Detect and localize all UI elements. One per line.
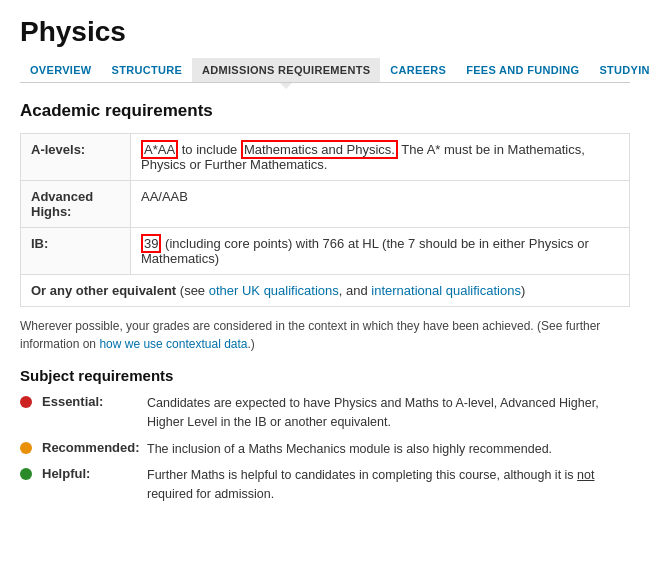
tab-careers[interactable]: CAREERS [380, 58, 456, 82]
alevels-label: A-levels: [21, 134, 131, 181]
advanced-value: AA/AAB [131, 181, 630, 228]
recommended-dot [20, 442, 32, 454]
contextual-note: Wherever possible, your grades are consi… [20, 317, 630, 353]
ib-label: IB: [21, 228, 131, 275]
alevels-value: A*AA to include Mathematics and Physics.… [131, 134, 630, 181]
contextual-data-link[interactable]: how we use contextual data [99, 337, 247, 351]
helpful-desc: Further Maths is helpful to candidates i… [147, 466, 630, 504]
table-row-advanced: AdvancedHighs: AA/AAB [21, 181, 630, 228]
subject-recommended-row: Recommended: The inclusion of a Maths Me… [20, 440, 630, 459]
recommended-desc: The inclusion of a Maths Mechanics modul… [147, 440, 630, 459]
nav-tabs: OVERVIEW STRUCTURE ADMISSIONS REQUIREMEN… [20, 58, 630, 83]
essential-desc: Candidates are expected to have Physics … [147, 394, 630, 432]
table-row-alevels: A-levels: A*AA to include Mathematics an… [21, 134, 630, 181]
table-row-ib: IB: 39 (including core points) with 766 … [21, 228, 630, 275]
other-value: Or any other equivalent (see other UK qu… [21, 275, 630, 307]
helpful-label: Helpful: [42, 466, 137, 481]
academic-heading: Academic requirements [20, 101, 630, 121]
recommended-label: Recommended: [42, 440, 137, 455]
helpful-dot [20, 468, 32, 480]
page-title: Physics [20, 16, 630, 48]
essential-label: Essential: [42, 394, 137, 409]
essential-dot [20, 396, 32, 408]
requirements-table: A-levels: A*AA to include Mathematics an… [20, 133, 630, 307]
uk-qualifications-link[interactable]: other UK qualifications [209, 283, 339, 298]
table-row-other: Or any other equivalent (see other UK qu… [21, 275, 630, 307]
ib-value: 39 (including core points) with 766 at H… [131, 228, 630, 275]
tab-overview[interactable]: OVERVIEW [20, 58, 102, 82]
subject-heading: Subject requirements [20, 367, 630, 384]
tab-fees[interactable]: FEES AND FUNDING [456, 58, 589, 82]
subject-helpful-row: Helpful: Further Maths is helpful to can… [20, 466, 630, 504]
tab-admissions[interactable]: ADMISSIONS REQUIREMENTS [192, 58, 380, 82]
advanced-label: AdvancedHighs: [21, 181, 131, 228]
subject-essential-row: Essential: Candidates are expected to ha… [20, 394, 630, 432]
tab-studying[interactable]: STUDYING AT OXFORD [589, 58, 650, 82]
international-link[interactable]: international qualifications [371, 283, 521, 298]
tab-structure[interactable]: STRUCTURE [102, 58, 193, 82]
